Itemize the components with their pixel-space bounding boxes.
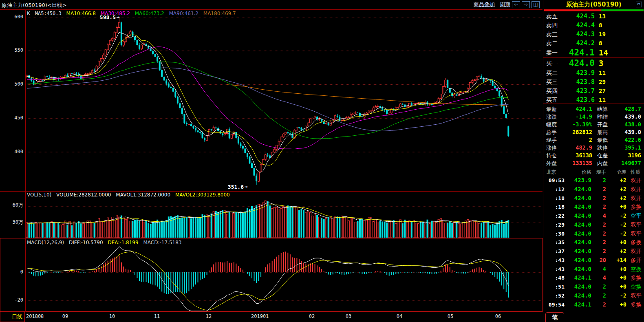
tick-price: 424.0	[565, 229, 591, 238]
level-label: 买五	[543, 95, 562, 104]
stat-label: 现手	[543, 136, 564, 144]
level-price: 424.2	[562, 39, 595, 48]
split-window-icon[interactable]: ◫	[532, 1, 540, 8]
ask-row[interactable]: 卖一424.114	[543, 48, 644, 58]
tick-nature: 双开	[626, 247, 644, 256]
level-label: 买二	[543, 68, 562, 77]
stat-row: 外盘133135内盘149677	[543, 159, 644, 167]
tick-time: :43	[543, 256, 565, 265]
macd-legend: MACD(12,26,9) DIFF:-10.5790 DEA:-1.8199 …	[27, 240, 185, 245]
low-annotation-arrow-icon: →	[245, 183, 248, 190]
stat-value: 439.0	[617, 128, 644, 136]
x-axis-label: 06	[495, 313, 501, 319]
tick-row: :51424.02+0空换	[543, 282, 644, 291]
level-qty: 13	[595, 12, 644, 21]
bid-row[interactable]: 买四423.727	[543, 86, 644, 95]
bid-row[interactable]: 买三423.829	[543, 77, 644, 86]
period-cell[interactable]: 日线	[0, 312, 25, 322]
window-restore-icon[interactable]	[636, 2, 642, 7]
tick-oi-change: +2	[606, 247, 626, 256]
tick-time: :52	[543, 291, 565, 300]
tick-oi-change: -2	[606, 291, 626, 300]
tab-tick-detail[interactable]: 笔	[545, 312, 564, 322]
tick-price: 424.1	[565, 273, 591, 282]
tick-qty: 2	[591, 247, 606, 256]
tick-time: :35	[543, 238, 565, 247]
tick-row: :18424.02+0多换	[543, 203, 644, 212]
tick-price: 424.0	[565, 221, 591, 229]
volume-value: VOLUME:282812.0000	[56, 192, 111, 198]
tick-qty: 2	[591, 291, 606, 300]
tick-time: 09:54	[543, 300, 565, 309]
tick-oi-change: +0	[606, 273, 626, 282]
x-axis-label: 05	[448, 313, 453, 319]
tick-header-cell: 性质	[626, 168, 644, 176]
tick-oi-change: -2	[606, 212, 626, 221]
level-qty: 8	[595, 21, 644, 30]
overlay-link[interactable]: 商品叠加	[474, 1, 495, 8]
tick-oi-change: +2	[606, 185, 626, 194]
ask-row[interactable]: 卖二424.28	[543, 39, 644, 48]
back-arrow-icon[interactable]: ⇦	[512, 1, 520, 8]
ma180-value: MA180:469.7	[203, 11, 236, 16]
tick-qty: 2	[591, 176, 606, 185]
quote-title: 原油主力(050190)	[543, 0, 644, 9]
tick-row: :12424.02+2双开	[543, 185, 644, 194]
period-link[interactable]: 周期	[500, 1, 510, 8]
ma-legend: K MA5:450.3 MA10:466.8 MA30:485.2 MA60:4…	[27, 11, 239, 16]
level-label: 卖五	[543, 12, 562, 21]
tick-qty: 2	[591, 300, 606, 309]
tick-nature: 空换	[626, 265, 644, 274]
trading-terminal: 原油主力(050190)<日线> 商品叠加 周期 ⇦ ⇨ ◫ K MA5:450…	[0, 0, 644, 322]
level-qty: 19	[595, 30, 644, 39]
stat-value: 395.1	[617, 144, 644, 152]
stat-label: 外盘	[543, 159, 564, 167]
low-annotation-value: 351.6	[228, 184, 244, 190]
tick-qty: 4	[591, 212, 606, 221]
ask-row[interactable]: 卖三424.319	[543, 30, 644, 39]
stat-label: 内盘	[592, 159, 617, 167]
chart-title: 原油主力(050190)<日线>	[2, 2, 67, 9]
ask-row[interactable]: 卖五424.513	[543, 12, 644, 21]
tick-price: 423.9	[565, 176, 591, 185]
bid-levels: 买一424.03买二423.911买三423.829买四423.727买五423…	[543, 58, 644, 104]
stat-value: -3.39%	[564, 121, 592, 128]
price-axis-tick: 600	[0, 14, 23, 20]
tick-price: 424.0	[565, 291, 591, 300]
tick-oi-change: +0	[606, 300, 626, 309]
level-price: 423.8	[562, 77, 595, 86]
stat-label: 跌停	[592, 144, 617, 152]
tick-price: 424.0	[565, 203, 591, 212]
stat-label: 昨结	[592, 113, 617, 121]
mavol2-value: MAVOL2:303129.8000	[175, 192, 230, 198]
tick-list[interactable]: 09:53423.92+2双开:12424.02+2双开:18424.02+2双…	[543, 176, 644, 309]
tick-header-cell: 北京	[543, 168, 565, 176]
ask-row[interactable]: 卖四424.48	[543, 21, 644, 30]
tick-nature: 双平	[626, 291, 644, 300]
tick-time: :37	[543, 247, 565, 256]
level-price: 424.3	[562, 30, 595, 39]
bid-row[interactable]: 买二423.911	[543, 68, 644, 77]
stat-value: 36138	[564, 152, 592, 159]
bid-row[interactable]: 买五423.611	[543, 95, 644, 104]
tick-nature: 双平	[626, 221, 644, 229]
price-chart[interactable]	[0, 9, 543, 312]
forward-arrow-icon[interactable]: ⇨	[522, 1, 530, 8]
level-price: 424.0	[562, 58, 595, 68]
tick-oi-change: +0	[606, 265, 626, 274]
level-price: 424.5	[562, 12, 595, 21]
quote-stats: 最新424.1结算428.7涨跌-14.9昨结439.0幅度-3.39%开盘43…	[543, 104, 644, 167]
tick-time: 09:53	[543, 176, 565, 185]
tick-time: :43	[543, 265, 565, 274]
tick-row: :43424.020+14多开	[543, 256, 644, 265]
tick-time: :30	[543, 229, 565, 238]
tick-time: :22	[543, 212, 565, 221]
tick-header-cell: 仓差	[606, 168, 626, 176]
quote-panel: 原油主力(050190) 卖五424.513卖四424.48卖三424.319卖…	[543, 0, 644, 322]
tick-price: 424.0	[565, 282, 591, 291]
tick-oi-change: +0	[606, 203, 626, 212]
level-price: 423.7	[562, 86, 595, 95]
bid-row[interactable]: 买一424.03	[543, 58, 644, 68]
tick-row: :30424.02-2双平	[543, 229, 644, 238]
tick-price: 424.0	[565, 247, 591, 256]
